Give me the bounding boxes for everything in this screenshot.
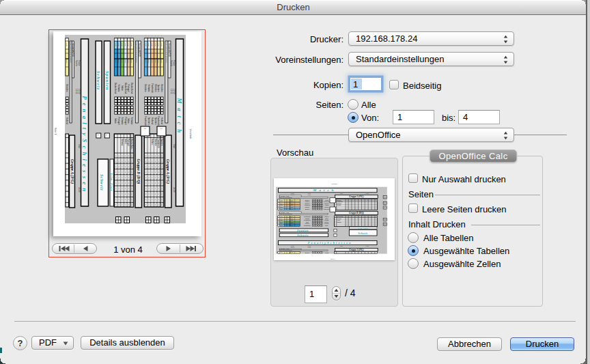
svg-text:13:30: 13:30 xyxy=(154,42,156,47)
svg-text:13:30: 13:30 xyxy=(151,42,153,47)
svg-text:Gruppe A (P/S): Gruppe A (P/S) xyxy=(281,195,289,197)
svg-text:13:30: 13:30 xyxy=(160,42,163,47)
svg-text:Italien: Italien xyxy=(124,139,127,144)
svg-text:Feld 1: Feld 1 xyxy=(127,59,129,65)
svg-text:Brasilien: Brasilien xyxy=(154,84,157,92)
svg-text:Spanien: Spanien xyxy=(297,229,309,232)
svg-text:Frankreich: Frankreich xyxy=(337,201,343,202)
svg-text:13:30: 13:30 xyxy=(127,42,129,47)
svg-text:Spanien: Spanien xyxy=(324,204,328,204)
svg-text:Feld 1: Feld 1 xyxy=(290,200,293,201)
svg-text:14:30: 14:30 xyxy=(366,245,369,247)
svg-text:Feld 1: Feld 1 xyxy=(290,253,293,253)
svg-text:Schweiz: Schweiz xyxy=(297,234,309,237)
svg-text:Spanien: Spanien xyxy=(148,117,150,125)
svg-text:13:30: 13:30 xyxy=(121,42,123,47)
svg-text:Gruppe A (P/G): Gruppe A (P/G) xyxy=(349,249,363,251)
svg-text:Feld 1: Feld 1 xyxy=(290,205,293,206)
svg-text:Feld 1: Feld 1 xyxy=(290,219,293,219)
svg-text:Feld 1: Feld 1 xyxy=(115,59,117,65)
svg-text:1 :: 1 : xyxy=(160,128,163,131)
svg-text:13:30: 13:30 xyxy=(280,253,283,253)
svg-text:Portugal: Portugal xyxy=(127,85,130,92)
svg-text:13:30: 13:30 xyxy=(124,42,126,47)
svg-text:Feld 1: Feld 1 xyxy=(290,204,293,204)
svg-text:Schweiz: Schweiz xyxy=(324,222,328,223)
svg-text:Holland: Holland xyxy=(324,253,328,253)
svg-text:Feld 1: Feld 1 xyxy=(290,216,293,217)
svg-text:2 :: 2 : xyxy=(143,128,146,131)
svg-text:Gruppe A (P/G): Gruppe A (P/G) xyxy=(70,159,74,184)
svg-text:13:30: 13:30 xyxy=(145,42,147,47)
svg-text:Brasilien: Brasilien xyxy=(154,139,157,146)
svg-text:Frankreich: Frankreich xyxy=(157,139,160,148)
svg-text:+: + xyxy=(97,135,100,136)
svg-text:13:30: 13:30 xyxy=(280,209,283,210)
svg-text:14:30: 14:30 xyxy=(173,187,175,193)
svg-text:Holland: Holland xyxy=(337,206,341,206)
svg-text:Feld 1: Feld 1 xyxy=(117,59,120,65)
svg-text:14:30: 14:30 xyxy=(366,193,369,194)
svg-text:Holland: Holland xyxy=(324,206,328,206)
svg-text:Feld 1: Feld 1 xyxy=(148,59,150,65)
svg-text:Feld 1: Feld 1 xyxy=(290,209,293,210)
svg-text:Brasilien: Brasilien xyxy=(144,84,147,92)
svg-text:Gruppe B (B/Q): Gruppe B (B/Q) xyxy=(349,212,364,214)
svg-text:13:30: 13:30 xyxy=(115,42,117,47)
svg-text:Deutschland: Deutschland xyxy=(130,83,133,94)
svg-text:Gruppe B (B/Q): Gruppe B (B/Q) xyxy=(136,159,141,184)
svg-text:P e n a l t y S c h i e s s: P e n a l t y S c h i e s s e n xyxy=(81,96,88,192)
svg-text:Schweiz: Schweiz xyxy=(337,222,341,223)
svg-text:Schweiz: Schweiz xyxy=(130,117,133,125)
svg-text:13:30: 13:30 xyxy=(280,204,283,204)
svg-text:13:30: 13:30 xyxy=(280,207,283,208)
svg-text:13:30: 13:30 xyxy=(157,42,159,47)
svg-text:13:30: 13:30 xyxy=(130,42,132,47)
svg-text:Schweiz: Schweiz xyxy=(121,117,124,125)
svg-text:Schweiz: Schweiz xyxy=(117,85,120,92)
svg-text:10:15: 10:15 xyxy=(308,194,311,195)
svg-text:Feld 1: Feld 1 xyxy=(154,59,156,65)
svg-text:Deutschland: Deutschland xyxy=(124,83,127,94)
svg-text:Vorschale: Vorschale xyxy=(189,129,192,139)
svg-text:Gruppe A (P/G): Gruppe A (P/G) xyxy=(349,195,363,198)
svg-text:Holland: Holland xyxy=(151,139,154,145)
svg-text:Schweiz: Schweiz xyxy=(358,232,368,235)
svg-text:M a t c h: M a t c h xyxy=(176,98,183,135)
svg-text:M a t c h: M a t c h xyxy=(313,188,335,193)
svg-text:Spiel Zeit Spielort: Spiel Zeit Spielort Ergebnis xyxy=(165,42,167,64)
svg-text:Feld 1: Feld 1 xyxy=(290,201,293,202)
svg-text:Gruppe A (P/S): Gruppe A (P/S) xyxy=(281,212,289,213)
svg-text:Elfm. Platz: Elfm. Platz xyxy=(357,227,368,229)
svg-text:Schweiz: Schweiz xyxy=(305,223,309,224)
svg-text:Portugal: Portugal xyxy=(127,139,130,146)
svg-text:Vorschale: Vorschale xyxy=(331,183,337,184)
svg-text:13:30: 13:30 xyxy=(280,205,283,206)
svg-text:Deutschland: Deutschland xyxy=(130,139,133,150)
svg-text:13:30: 13:30 xyxy=(280,201,283,202)
svg-text:Spanien: Spanien xyxy=(154,117,157,125)
svg-text:Feld 1: Feld 1 xyxy=(290,225,293,226)
svg-text:Gruppe A (P/S): Gruppe A (P/S) xyxy=(138,43,141,57)
svg-text:Schweiz: Schweiz xyxy=(148,85,150,92)
svg-text:Schweiz: Schweiz xyxy=(121,139,124,146)
svg-text:10:15: 10:15 xyxy=(170,89,173,94)
svg-text:P e n a l t y S c h i e s s: P e n a l t y S c h i e s s e n xyxy=(308,241,351,244)
svg-text:Italien: Italien xyxy=(121,85,124,91)
svg-text:Frankreich: Frankreich xyxy=(151,83,154,93)
svg-text:Feld 1: Feld 1 xyxy=(151,59,153,65)
svg-text:Brasilien: Brasilien xyxy=(160,84,163,92)
svg-text:14:30: 14:30 xyxy=(78,187,81,193)
svg-text:Seite 1: Seite 1 xyxy=(54,128,57,135)
svg-text:13:30: 13:30 xyxy=(117,42,120,47)
svg-text:Feld 1: Feld 1 xyxy=(160,59,163,65)
svg-text:13:30: 13:30 xyxy=(280,222,283,223)
svg-text:Brasilien: Brasilien xyxy=(66,84,68,92)
svg-text:Feld 1: Feld 1 xyxy=(66,59,68,65)
svg-text:Spieler: Spieler xyxy=(291,194,295,195)
svg-text:Portugal: Portugal xyxy=(124,117,127,125)
svg-text:Holland: Holland xyxy=(160,117,163,124)
svg-text:10:15: 10:15 xyxy=(75,89,78,94)
svg-text:Feld 1: Feld 1 xyxy=(145,59,147,65)
svg-text:Gruppe A (P/G): Gruppe A (P/G) xyxy=(165,159,170,184)
